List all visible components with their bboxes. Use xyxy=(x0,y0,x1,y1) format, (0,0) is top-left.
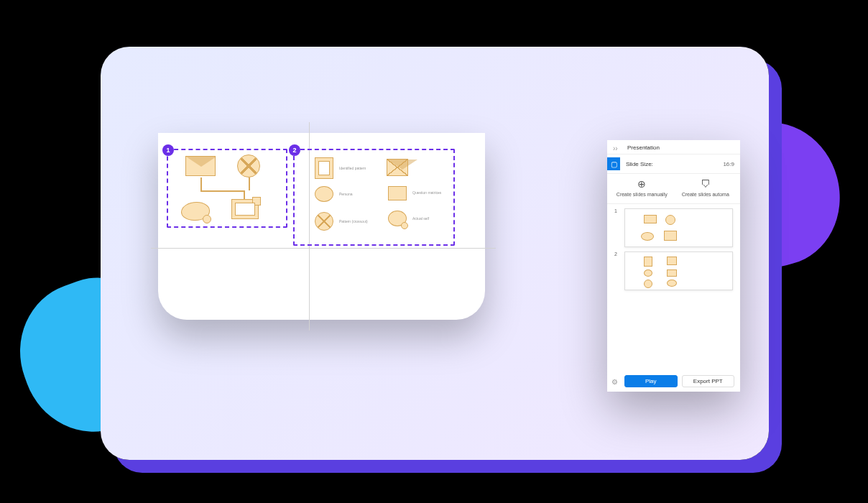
slide-preview xyxy=(624,208,733,247)
slide-size-value: 16:9 xyxy=(723,161,734,167)
panel-actions: ⊕ Create slides manually ⛉ Create slides… xyxy=(607,174,740,204)
create-manual-label: Create slides manually xyxy=(610,192,674,198)
app-stage: 1 2 Identified pattern Persona Pattern (… xyxy=(101,47,769,460)
slide-number: 1 xyxy=(614,208,620,247)
play-button[interactable]: Play xyxy=(624,375,678,387)
presentation-panel: ›› Presentation ▢ Slide Size: 16:9 ⊕ Cre… xyxy=(607,140,740,392)
create-auto-label: Create slides automa xyxy=(674,192,738,198)
diagram-canvas[interactable]: 1 2 Identified pattern Persona Pattern (… xyxy=(158,133,485,320)
slide-number: 2 xyxy=(614,251,620,290)
export-ppt-button[interactable]: Export PPT xyxy=(682,375,735,387)
slide-thumbnail-1[interactable]: 1 xyxy=(614,208,733,247)
shape-label: Question matrices xyxy=(412,190,441,195)
slide-preview xyxy=(624,251,733,290)
connector-line xyxy=(249,177,250,190)
shape-circle-small[interactable] xyxy=(401,222,408,229)
slide-size-row[interactable]: ▢ Slide Size: 16:9 xyxy=(607,154,740,174)
shape-envelope[interactable] xyxy=(185,156,216,176)
shape-envelope-cross[interactable] xyxy=(387,159,408,176)
presentation-tab-icon[interactable]: ▢ xyxy=(607,157,620,170)
panel-footer: Play Export PPT xyxy=(607,375,740,387)
connector-line xyxy=(244,190,245,199)
shape-label: Actual self xyxy=(412,216,429,221)
shape-ellipse[interactable] xyxy=(315,186,333,202)
selection-frame-2[interactable]: 2 Identified pattern Persona Pattern (cr… xyxy=(293,149,455,246)
collapse-icon[interactable]: ›› xyxy=(613,144,618,152)
shield-icon: ⛉ xyxy=(674,178,738,190)
shape-page[interactable] xyxy=(315,157,333,179)
connector-line xyxy=(200,177,202,190)
grid-line-horizontal xyxy=(151,248,496,249)
shape-rect[interactable] xyxy=(388,186,407,200)
selection-badge-2: 2 xyxy=(289,144,300,156)
slide-thumbnail-2[interactable]: 2 xyxy=(614,251,733,290)
shape-circle-cross[interactable] xyxy=(237,154,260,177)
selection-frame-1[interactable]: 1 xyxy=(167,149,287,228)
shape-label: Identified pattern xyxy=(339,166,366,170)
plus-circle-icon: ⊕ xyxy=(610,178,674,190)
slides-list: 1 2 xyxy=(607,204,740,299)
panel-title: Presentation xyxy=(607,140,740,154)
selection-badge-1: 1 xyxy=(162,144,174,156)
shape-label: Pattern (crossout) xyxy=(339,219,368,223)
slide-size-label: Slide Size: xyxy=(626,161,723,167)
shape-circle-cross[interactable] xyxy=(315,212,333,231)
create-auto-button[interactable]: ⛉ Create slides automa xyxy=(674,178,738,198)
shape-circle-small[interactable] xyxy=(203,215,211,223)
shape-stacked-rect[interactable] xyxy=(231,199,259,219)
connector-line xyxy=(200,190,244,192)
shape-label: Persona xyxy=(339,192,353,196)
create-manual-button[interactable]: ⊕ Create slides manually xyxy=(610,178,674,198)
